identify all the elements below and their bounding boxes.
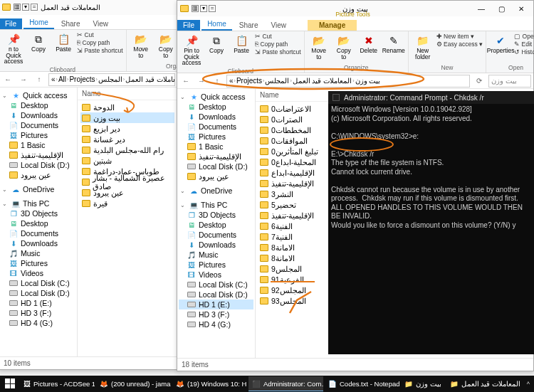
paste-button[interactable]: 📋Paste bbox=[230, 33, 253, 55]
close-button[interactable]: ✕ bbox=[512, 3, 530, 14]
nav-item[interactable]: 1 Basic bbox=[179, 142, 253, 152]
crumb[interactable]: Projects› bbox=[236, 77, 264, 85]
nav-quick-access[interactable]: ★Quick access bbox=[179, 92, 253, 102]
nav-item[interactable]: HD 3 (F:) bbox=[179, 309, 253, 319]
nav-item[interactable]: Local Disk (C:) bbox=[1, 278, 75, 288]
tab-home[interactable]: Home bbox=[201, 18, 232, 31]
nav-item[interactable]: Local Disk (D:) bbox=[1, 160, 75, 170]
taskbar-item[interactable]: 🖼Pictures - ACDSee 15 bbox=[20, 376, 95, 391]
file-row[interactable]: عين يبرود bbox=[80, 187, 174, 198]
file-row[interactable]: رام الله-مجلس البلدية bbox=[80, 144, 174, 155]
nav-item[interactable]: ❒3D Objects bbox=[1, 208, 75, 218]
copy-button[interactable]: ⧉Copy bbox=[27, 31, 50, 54]
qat-btn[interactable]: = bbox=[31, 4, 38, 11]
open-button[interactable]: ▢ Open ▾ bbox=[514, 33, 534, 40]
up-button[interactable]: ↑ bbox=[33, 73, 46, 86]
refresh-button[interactable]: ⟳ bbox=[473, 75, 486, 88]
crumb[interactable]: «› bbox=[51, 75, 58, 83]
file-row[interactable]: قيرة bbox=[80, 198, 174, 208]
tab-file[interactable]: File bbox=[177, 20, 200, 31]
tab-share[interactable]: Share bbox=[234, 20, 264, 31]
explorer-window-1[interactable]: ▥ ▾ = المعاملات قيد العمل File Home Shar… bbox=[0, 0, 178, 370]
nav-item[interactable]: 1 Basic bbox=[1, 140, 75, 150]
crumb[interactable]: المجلس› bbox=[265, 77, 291, 85]
nav-item[interactable]: ⬇Downloads bbox=[1, 110, 75, 120]
nav-item[interactable]: 📄Documents bbox=[1, 120, 75, 130]
nav-pane-2[interactable]: ★Quick access🖥Desktop⬇Downloads📄Document… bbox=[177, 89, 256, 358]
nav-onedrive[interactable]: ☁OneDrive bbox=[1, 184, 75, 194]
crumb[interactable]: بيت وزن bbox=[355, 77, 381, 85]
file-row[interactable]: بيت وزن bbox=[80, 112, 174, 123]
copy-path-button[interactable]: ⎘ Copy path bbox=[77, 39, 123, 46]
cut-button[interactable]: ✂ Cut bbox=[255, 33, 301, 40]
tab-home[interactable]: Home bbox=[23, 17, 54, 29]
tab-manage[interactable]: Manage bbox=[308, 20, 357, 31]
qat-btn[interactable]: ▥ bbox=[14, 4, 21, 11]
nav-item[interactable]: عين يبرود bbox=[179, 171, 253, 181]
taskbar-item[interactable]: 🦊(200 unread) - jama… bbox=[96, 376, 171, 391]
nav-item[interactable]: 🎞Videos bbox=[1, 268, 75, 278]
nav-item[interactable]: HD 1 (E:) bbox=[179, 300, 253, 309]
fwd-button[interactable]: → bbox=[17, 73, 30, 86]
nav-item[interactable]: 🎞Videos bbox=[179, 270, 253, 280]
edit-button[interactable]: ✎ Edit bbox=[514, 41, 534, 48]
file-row[interactable]: الدوحة bbox=[80, 102, 174, 112]
tab-file[interactable]: File bbox=[0, 18, 22, 29]
crumb[interactable]: All› bbox=[58, 75, 68, 83]
nav-item[interactable]: عين يبرود bbox=[1, 170, 75, 180]
copy-path-button[interactable]: ⎘ Copy path bbox=[255, 41, 301, 48]
start-button[interactable] bbox=[1, 376, 19, 391]
tab-view[interactable]: View bbox=[266, 20, 293, 31]
history-button[interactable]: ↺ History bbox=[514, 48, 534, 55]
nav-item[interactable]: 🖥Desktop bbox=[1, 100, 75, 110]
paste-shortcut-button[interactable]: ⇲ Paste shortcut bbox=[77, 47, 123, 54]
taskbar-item[interactable]: ⬛Administrator: Com… bbox=[248, 376, 323, 391]
tab-view[interactable]: View bbox=[88, 18, 115, 29]
command-prompt-window[interactable]: Administrator: Command Prompt - Chkdsk /… bbox=[328, 91, 534, 354]
new-folder-button[interactable]: 📁New folder bbox=[412, 33, 434, 61]
crumb[interactable]: Projects› bbox=[69, 75, 97, 83]
nav-pane-1[interactable]: ★Quick access🖥Desktop⬇Downloads📄Document… bbox=[0, 88, 78, 356]
move-to-button[interactable]: 📂Move to bbox=[308, 33, 330, 61]
pin-button[interactable]: 📌Pin to Quick access bbox=[180, 33, 203, 68]
qat-btn[interactable]: = bbox=[209, 5, 216, 12]
nav-item[interactable]: HD 3 (F:) bbox=[1, 308, 75, 318]
nav-item[interactable]: 🖼Pictures bbox=[179, 132, 253, 142]
taskbar-item[interactable]: 📁المعاملات قيد العمل bbox=[446, 376, 521, 391]
nav-item[interactable]: HD 4 (G:) bbox=[1, 318, 75, 328]
file-row[interactable]: شبتين bbox=[80, 155, 174, 166]
qat-btn[interactable]: ▾ bbox=[22, 4, 29, 11]
crumb[interactable]: المعاملات قيد العمل› bbox=[293, 77, 355, 85]
nav-item[interactable]: ❒3D Objects bbox=[179, 210, 253, 220]
nav-quick-access[interactable]: ★Quick access bbox=[1, 90, 75, 100]
move-to-button[interactable]: 📂Move to bbox=[130, 31, 152, 60]
nav-item[interactable]: 🖥Desktop bbox=[1, 218, 75, 228]
system-tray[interactable]: ^ bbox=[527, 381, 533, 388]
breadcrumb[interactable]: «›Projects›المجلس›المعاملات قيد العمل›بي… bbox=[226, 75, 470, 88]
nav-item[interactable]: 📄Documents bbox=[1, 228, 75, 238]
taskbar-item[interactable]: 🦊(19) Windows 10: H… bbox=[172, 376, 247, 391]
nav-item[interactable]: Local Disk (C:) bbox=[179, 280, 253, 290]
file-row[interactable]: دير ابزيع bbox=[80, 123, 174, 134]
properties-button[interactable]: ✔Properties bbox=[489, 33, 512, 55]
copy-button[interactable]: ⧉Copy bbox=[205, 33, 228, 55]
fwd-button[interactable]: → bbox=[195, 75, 208, 88]
new-item-button[interactable]: ✚ New item ▾ bbox=[436, 33, 483, 40]
back-button[interactable]: ← bbox=[179, 75, 192, 88]
nav-item[interactable]: الإقليمية-تنفيذ bbox=[179, 152, 253, 161]
up-button[interactable]: ↑ bbox=[211, 75, 224, 88]
minimize-button[interactable]: — bbox=[472, 3, 491, 14]
file-row[interactable]: دير غسانة bbox=[80, 134, 174, 144]
nav-item[interactable]: 📄Documents bbox=[179, 122, 253, 132]
nav-item[interactable]: 🖼Pictures bbox=[179, 260, 253, 270]
nav-item[interactable]: HD 4 (G:) bbox=[179, 319, 253, 329]
copy-to-button[interactable]: 📂Copy to bbox=[333, 33, 355, 61]
qat-btn[interactable]: ▾ bbox=[200, 5, 207, 12]
search-input[interactable]: بيت وزن bbox=[488, 75, 531, 88]
nav-item[interactable]: 🖼Pictures bbox=[1, 130, 75, 140]
nav-item[interactable]: Local Disk (D:) bbox=[1, 288, 75, 298]
back-button[interactable]: ← bbox=[1, 73, 14, 86]
nav-item[interactable]: 🖼Pictures bbox=[1, 258, 75, 268]
copy-to-button[interactable]: 📂Copy to bbox=[155, 31, 177, 60]
nav-this-pc[interactable]: 💻This PC bbox=[179, 200, 253, 210]
